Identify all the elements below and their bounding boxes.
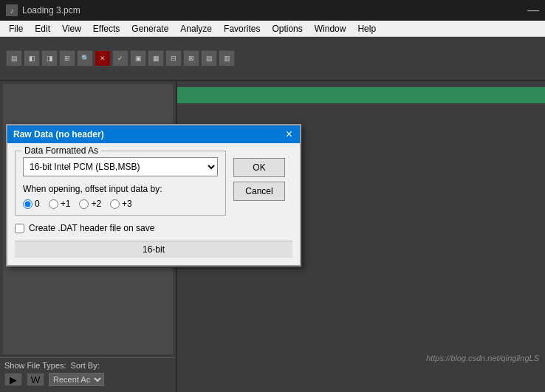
menu-generate[interactable]: Generate	[126, 22, 174, 35]
raw-data-dialog: Raw Data (no header) × Data Formatted As…	[6, 124, 301, 267]
tb-icon-search[interactable]: 🔍	[77, 50, 93, 66]
watermark: https://blog.csdn.net/qinglingLS	[426, 354, 539, 362]
radio-2-input[interactable]	[79, 199, 89, 209]
app-icon: ♪	[6, 4, 18, 16]
menu-window[interactable]: Window	[309, 22, 352, 35]
tb-icon-6[interactable]: ▦	[148, 50, 164, 66]
group-label: Data Formatted As	[21, 145, 101, 156]
dialog-title: Raw Data (no header)	[13, 129, 104, 140]
menu-view[interactable]: View	[56, 22, 87, 35]
tb-icon-check[interactable]: ✓	[112, 50, 128, 66]
tb-icon-1[interactable]: ▤	[6, 50, 22, 66]
menu-effects[interactable]: Effects	[87, 22, 126, 35]
left-panel-footer: Show File Types: Sort By: ▶ W Recent Ac	[0, 357, 176, 392]
tb-icon-7[interactable]: ⊟	[165, 50, 182, 66]
sort-by-select[interactable]: Recent Ac	[49, 373, 104, 386]
tb-icon-3[interactable]: ◨	[41, 50, 58, 66]
tb-icon-5[interactable]: ▣	[130, 50, 146, 66]
ok-button[interactable]: OK	[233, 158, 285, 177]
cancel-button[interactable]: Cancel	[233, 182, 285, 201]
dialog-close-button[interactable]: ×	[284, 128, 294, 140]
tb-icon-4[interactable]: ⊞	[59, 50, 75, 66]
sort-by-label: Sort By:	[71, 361, 100, 370]
menu-help[interactable]: Help	[352, 22, 382, 35]
checkbox-label: Create .DAT header file on save	[29, 223, 154, 233]
dialog-inner: Data Formatted As 16-bit Intel PCM (LSB,…	[15, 151, 292, 233]
data-formatted-group: Data Formatted As 16-bit Intel PCM (LSB,…	[15, 151, 226, 216]
radio-1-input[interactable]	[49, 199, 58, 209]
toolbar: ▤ ◧ ◨ ⊞ 🔍 ✕ ✓ ▣ ▦ ⊟ ⊠ ▤ ▥	[0, 37, 545, 81]
menu-options[interactable]: Options	[266, 22, 308, 35]
dialog-buttons: OK Cancel	[233, 158, 285, 201]
tb-icon-10[interactable]: ▥	[219, 50, 235, 66]
wave-button[interactable]: W	[27, 373, 44, 386]
menu-favorites[interactable]: Favorites	[218, 22, 266, 35]
radio-3[interactable]: +3	[110, 199, 132, 209]
play-button[interactable]: ▶	[4, 373, 22, 386]
menu-edit[interactable]: Edit	[29, 22, 56, 35]
toolbar-icons: ▤ ◧ ◨ ⊞ 🔍 ✕ ✓ ▣ ▦ ⊟ ⊠ ▤ ▥	[6, 50, 235, 66]
tb-icon-2[interactable]: ◧	[24, 50, 40, 66]
format-select[interactable]: 16-bit Intel PCM (LSB,MSB) 8-bit unsigne…	[23, 157, 218, 176]
info-bar: 16-bit	[15, 241, 292, 258]
tb-icon-cut[interactable]: ✕	[95, 50, 111, 66]
offset-label: When opening, offset input data by:	[23, 184, 218, 194]
dat-header-checkbox[interactable]	[15, 224, 24, 233]
radio-1[interactable]: +1	[49, 199, 71, 209]
dialog-title-bar: Raw Data (no header) ×	[7, 125, 300, 143]
radio-2[interactable]: +2	[79, 199, 101, 209]
show-file-types-label: Show File Types:	[4, 361, 66, 370]
menu-analyze[interactable]: Analyze	[174, 22, 218, 35]
menu-file[interactable]: File	[3, 22, 29, 35]
radio-0[interactable]: 0	[23, 199, 40, 209]
radio-group: 0 +1 +2 +3	[23, 199, 218, 209]
radio-0-input[interactable]	[23, 199, 32, 209]
main-area: Show File Types: Sort By: ▶ W Recent Ac …	[0, 81, 545, 392]
tb-icon-8[interactable]: ⊠	[183, 50, 199, 66]
title-bar: ♪ Loading 3.pcm —	[0, 0, 545, 21]
dialog-body: Data Formatted As 16-bit Intel PCM (LSB,…	[7, 143, 300, 265]
tb-icon-9[interactable]: ▤	[201, 50, 217, 66]
minimize-button[interactable]: —	[527, 4, 539, 17]
radio-3-input[interactable]	[110, 199, 120, 209]
checkbox-row: Create .DAT header file on save	[15, 223, 226, 233]
menu-bar: File Edit View Effects Generate Analyze …	[0, 21, 545, 37]
waveform-bar	[177, 87, 545, 103]
window-title: Loading 3.pcm	[22, 5, 80, 16]
